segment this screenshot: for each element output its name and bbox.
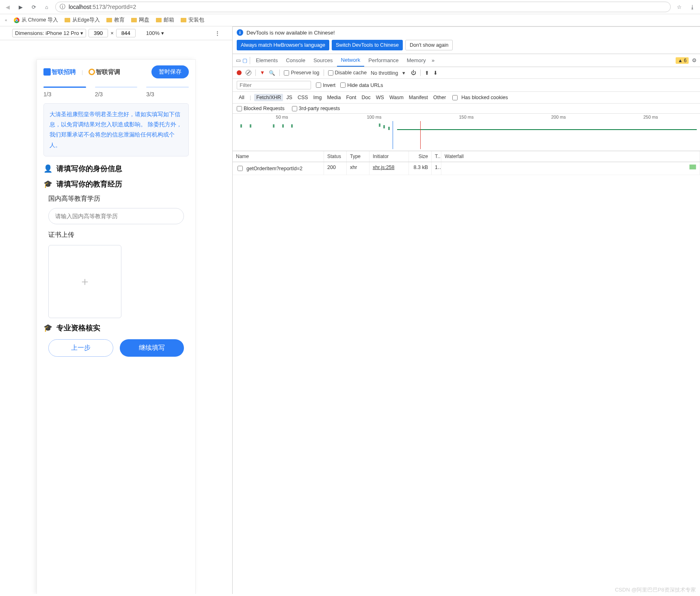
inspect-icon[interactable]: ▭ — [235, 57, 242, 63]
folder-icon — [156, 18, 162, 22]
dont-show-button[interactable]: Don't show again — [405, 40, 453, 50]
bookmark-item[interactable]: 邮箱 — [156, 17, 174, 24]
step-3-label: 3/3 — [146, 91, 189, 98]
col-type-header[interactable]: Type — [347, 151, 369, 162]
download-har-icon[interactable]: ⬇ — [433, 70, 438, 76]
type-all[interactable]: All — [237, 94, 246, 101]
tl-label: 200 ms — [512, 115, 605, 119]
tab-console[interactable]: Console — [282, 54, 309, 66]
type-font[interactable]: Font — [344, 94, 358, 101]
watermark: CSDN @阿里巴巴P8资深技术专家 — [615, 586, 696, 594]
zoom-selector[interactable]: 100% ▾ — [146, 30, 164, 36]
graduation-cap-icon: 🎓 — [43, 180, 52, 189]
device-preview-pane: Dimensions: iPhone 12 Pro ▾ × 100% ▾ ⋮ 智… — [0, 26, 233, 594]
blocked-requests-checkbox[interactable]: Blocked Requests — [237, 106, 285, 111]
prev-step-button[interactable]: 上一步 — [48, 339, 113, 357]
network-extra-filters: Blocked Requests 3rd-party requests — [233, 104, 700, 114]
bookmark-item[interactable]: 安装包 — [181, 17, 204, 24]
bookmark-item[interactable]: 从 Chrome 导入 — [14, 17, 58, 24]
row-checkbox[interactable] — [238, 166, 243, 171]
bookmark-item[interactable]: 从Edge导入 — [65, 17, 100, 24]
third-party-checkbox[interactable]: 3rd-party requests — [292, 106, 340, 111]
tab-performance[interactable]: Performance — [364, 54, 402, 66]
continue-button[interactable]: 继续填写 — [120, 339, 184, 357]
request-size: 8.3 kB — [409, 162, 432, 175]
type-wasm[interactable]: Wasm — [387, 94, 406, 101]
certificate-upload[interactable]: ＋ — [48, 245, 121, 318]
tab-memory[interactable]: Memory — [403, 54, 430, 66]
type-doc[interactable]: Doc — [360, 94, 373, 101]
edu-degree-input[interactable] — [48, 208, 184, 224]
network-toolbar: ▼ 🔍 Preserve log Disable cache No thrott… — [233, 67, 700, 79]
brand-logos: 智联招聘 | 智联背调 — [43, 68, 120, 76]
col-waterfall-header[interactable]: Waterfall — [441, 151, 700, 162]
home-button[interactable]: ⌂ — [42, 2, 51, 11]
tab-network[interactable]: Network — [337, 54, 365, 67]
bookmark-item[interactable]: 网盘 — [131, 17, 149, 24]
network-filter-input[interactable] — [237, 81, 311, 89]
gear-icon[interactable]: ⚙ — [691, 57, 698, 63]
section-qualification-title: 专业资格核实 — [56, 323, 100, 333]
info-icon: i — [237, 29, 243, 36]
col-time-header[interactable]: T... — [432, 151, 441, 162]
col-size-header[interactable]: Size — [409, 151, 432, 162]
network-table-header: Name Status Type Initiator Size T... Wat… — [233, 151, 700, 162]
device-height-input[interactable] — [116, 29, 136, 37]
col-status-header[interactable]: Status — [324, 151, 347, 162]
record-icon[interactable] — [237, 70, 242, 75]
type-js[interactable]: JS — [284, 94, 294, 101]
type-fetch-xhr[interactable]: Fetch/XHR — [254, 94, 283, 101]
disable-cache-checkbox[interactable]: Disable cache — [328, 70, 367, 76]
bookmark-star-icon[interactable]: ☆ — [675, 2, 684, 11]
table-row[interactable]: getOrderItem?reportId=2 200 xhr xhr.js:2… — [233, 162, 700, 175]
request-type: xhr — [347, 162, 369, 175]
reload-button[interactable]: ⟳ — [29, 2, 38, 11]
request-initiator-link[interactable]: xhr.js:258 — [373, 165, 395, 170]
col-initiator-header[interactable]: Initiator — [369, 151, 409, 162]
chevron-left-icon[interactable]: « — [5, 18, 7, 22]
wifi-icon[interactable]: ⏻ — [411, 70, 416, 76]
warnings-badge[interactable]: ▲6 — [676, 57, 689, 64]
chevron-double-right-icon[interactable]: » — [430, 57, 436, 63]
url-path: :5173/?reportId=2 — [91, 4, 136, 10]
tl-label: 100 ms — [328, 115, 420, 119]
search-icon[interactable]: 🔍 — [269, 70, 275, 76]
bookmark-item[interactable]: 教育 — [106, 17, 125, 24]
network-filter-row: Invert Hide data URLs — [233, 79, 700, 92]
type-other[interactable]: Other — [431, 94, 448, 101]
insecure-icon: ⓘ — [60, 3, 65, 11]
section-education-title: 请填写你的教育经历 — [56, 179, 122, 189]
network-timeline[interactable]: 50 ms 100 ms 150 ms 200 ms 250 ms — [233, 114, 700, 151]
folder-icon — [131, 18, 137, 22]
back-button[interactable]: ◀ — [3, 2, 12, 11]
device-selector[interactable]: Dimensions: iPhone 12 Pro ▾ — [12, 29, 86, 37]
clear-icon[interactable] — [246, 70, 251, 76]
device-width-input[interactable] — [89, 29, 108, 37]
url-bar[interactable]: ⓘ localhost:5173/?reportId=2 — [55, 2, 671, 12]
type-media[interactable]: Media — [325, 94, 343, 101]
blocked-cookies-checkbox[interactable]: Has blocked cookies — [452, 94, 510, 101]
col-name-header[interactable]: Name — [233, 151, 324, 162]
device-toggle-icon[interactable]: ▢ — [242, 57, 248, 63]
switch-language-button[interactable]: Switch DevTools to Chinese — [332, 40, 403, 50]
type-css[interactable]: CSS — [296, 94, 310, 101]
tab-elements[interactable]: Elements — [252, 54, 282, 66]
type-img[interactable]: Img — [311, 94, 324, 101]
invert-checkbox[interactable]: Invert — [316, 82, 335, 88]
save-draft-button[interactable]: 暂时保存 — [151, 65, 189, 78]
filter-toggle-icon[interactable]: ▼ — [260, 70, 265, 76]
type-manifest[interactable]: Manifest — [407, 94, 430, 101]
more-icon[interactable]: ⋮ — [215, 30, 220, 36]
preserve-log-checkbox[interactable]: Preserve log — [284, 70, 319, 76]
forward-button[interactable]: ▶ — [16, 2, 25, 11]
tab-sources[interactable]: Sources — [309, 54, 337, 66]
type-ws[interactable]: WS — [374, 94, 386, 101]
tl-label: 250 ms — [605, 115, 697, 119]
graduation-cap-icon: 🎓 — [43, 323, 52, 332]
match-language-button[interactable]: Always match HwBrowser's language — [237, 40, 329, 50]
upload-har-icon[interactable]: ⬆ — [425, 70, 429, 76]
throttling-selector[interactable]: No throttling ▾ — [371, 70, 405, 76]
notice-box: 大清圣祖康熙皇帝明君圣主您好，请如实填写如下信息，以免背调结果对您入职造成影响。… — [43, 103, 189, 156]
hide-data-urls-checkbox[interactable]: Hide data URLs — [340, 82, 383, 88]
download-icon[interactable]: ⭳ — [688, 2, 697, 11]
